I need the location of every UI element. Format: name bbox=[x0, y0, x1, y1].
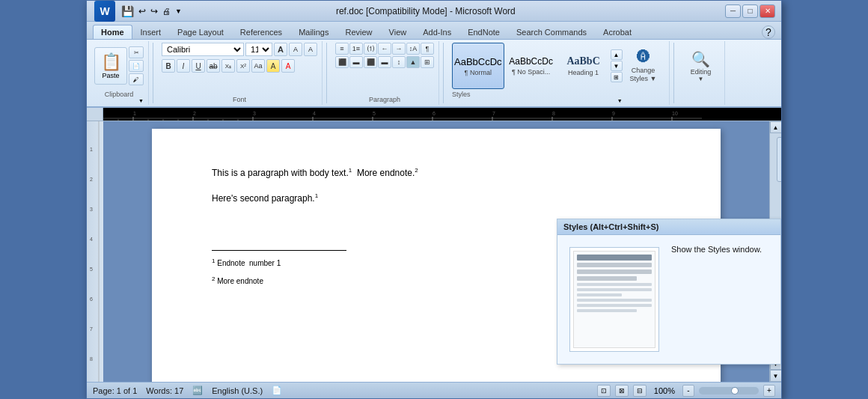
svg-text:6: 6 bbox=[90, 296, 93, 302]
grow-font-button[interactable]: A bbox=[274, 43, 287, 56]
close-button[interactable]: ✕ bbox=[760, 4, 775, 18]
align-left-button[interactable]: ⬛ bbox=[335, 56, 349, 68]
zoom-level: 100% bbox=[654, 386, 675, 395]
italic-button[interactable]: I bbox=[177, 59, 190, 73]
style-no-spacing-button[interactable]: AaBbCcDc ¶ No Spaci... bbox=[506, 43, 557, 89]
vertical-ruler: 1 2 3 4 5 6 7 8 9 bbox=[87, 121, 103, 382]
scroll-down-button[interactable]: ▼ bbox=[770, 370, 782, 382]
quick-access-dropdown[interactable]: ▼ bbox=[175, 7, 182, 15]
clear-format-button[interactable]: A bbox=[304, 43, 317, 56]
strikethrough-button[interactable]: ab bbox=[207, 59, 220, 73]
show-formatting-button[interactable]: ¶ bbox=[421, 43, 434, 55]
superscript-button[interactable]: X² bbox=[236, 59, 250, 73]
tab-acrobat[interactable]: Acrobat bbox=[595, 25, 640, 39]
paragraph-2-text: Here's second paragraph.1 bbox=[212, 193, 318, 204]
print-layout-button[interactable]: ⊡ bbox=[597, 385, 611, 397]
svg-text:6: 6 bbox=[433, 111, 435, 116]
font-name-select[interactable]: Calibri bbox=[162, 43, 244, 56]
subscript-button[interactable]: X₂ bbox=[221, 59, 235, 73]
style-scroll-up[interactable]: ▲ bbox=[611, 49, 623, 60]
minimize-button[interactable]: ─ bbox=[725, 4, 741, 18]
mini-line-1 bbox=[577, 263, 652, 267]
clipboard-dialog-button[interactable]: ▼ bbox=[138, 98, 144, 103]
multilevel-button[interactable]: ⑴ bbox=[364, 43, 377, 55]
styles-preview bbox=[573, 251, 655, 348]
font-color-button[interactable]: A bbox=[281, 59, 295, 73]
numbering-button[interactable]: 1≡ bbox=[349, 43, 363, 55]
bold-button[interactable]: B bbox=[162, 59, 175, 73]
tab-mailings[interactable]: Mailings bbox=[290, 25, 337, 39]
format-painter-button[interactable]: 🖌 bbox=[129, 73, 144, 85]
tab-search-commands[interactable]: Search Commands bbox=[508, 25, 595, 39]
mini-line-5 bbox=[577, 288, 652, 291]
editing-button[interactable]: 🔍 Editing ▼ bbox=[682, 43, 720, 89]
style-normal-button[interactable]: AaBbCcDc ¶ Normal bbox=[452, 43, 504, 89]
tab-home[interactable]: Home bbox=[93, 25, 132, 39]
change-styles-icon: 🅐 bbox=[637, 49, 650, 65]
align-center-button[interactable]: ▬ bbox=[349, 56, 363, 68]
justify-button[interactable]: ▬ bbox=[378, 56, 391, 68]
shrink-font-button[interactable]: A bbox=[289, 43, 302, 56]
quick-access-undo[interactable]: ↩ bbox=[138, 6, 146, 16]
tab-references[interactable]: References bbox=[232, 25, 290, 39]
paste-button[interactable]: 📋 Paste bbox=[94, 47, 127, 85]
mini-line-7 bbox=[577, 299, 652, 302]
scroll-thumb[interactable] bbox=[777, 137, 782, 182]
style-scroll-down[interactable]: ▼ bbox=[611, 61, 623, 71]
quick-access-save[interactable]: 💾 bbox=[121, 5, 134, 17]
underline-button[interactable]: U bbox=[192, 59, 205, 73]
spell-check-icon[interactable]: 🔤 bbox=[192, 386, 203, 395]
ribbon: 📋 Paste ✂ 📄 🖌 Clipboard ▼ bbox=[87, 40, 781, 108]
shading-button[interactable]: ▲ bbox=[406, 56, 420, 68]
track-changes-icon[interactable]: 📄 bbox=[272, 386, 282, 395]
zoom-slider-thumb[interactable] bbox=[731, 387, 739, 395]
tab-view[interactable]: View bbox=[381, 25, 415, 39]
zoom-out-button[interactable]: - bbox=[682, 385, 694, 397]
line-spacing-button[interactable]: ↕ bbox=[392, 56, 406, 68]
quick-access-redo[interactable]: ↪ bbox=[150, 6, 158, 16]
svg-text:7: 7 bbox=[492, 111, 495, 116]
increase-indent-button[interactable]: → bbox=[392, 43, 406, 55]
sort-button[interactable]: ↕A bbox=[406, 43, 420, 55]
scroll-up-button[interactable]: ▲ bbox=[770, 121, 782, 133]
clipboard-label: Clipboard bbox=[105, 89, 134, 98]
endnote-ref-1: 1 bbox=[349, 167, 352, 174]
maximize-button[interactable]: □ bbox=[742, 4, 758, 18]
web-layout-button[interactable]: ⊟ bbox=[633, 385, 647, 397]
style-expand[interactable]: ⊞ bbox=[611, 72, 623, 82]
zoom-slider[interactable] bbox=[699, 387, 759, 395]
styles-dialog-button[interactable]: ▼ bbox=[617, 98, 623, 103]
paragraph-label: Paragraph bbox=[369, 94, 400, 103]
style-heading1-button[interactable]: AaBbC Heading 1 bbox=[558, 43, 609, 89]
cut-button[interactable]: ✂ bbox=[129, 46, 144, 58]
copy-button[interactable]: 📄 bbox=[129, 60, 144, 72]
style-heading1-label: Heading 1 bbox=[568, 69, 599, 76]
borders-button[interactable]: ⊞ bbox=[421, 56, 434, 68]
status-right: ⊡ ⊠ ⊟ 100% - + bbox=[597, 385, 775, 397]
tab-endnote[interactable]: EndNote bbox=[459, 25, 508, 39]
sep1 bbox=[153, 43, 153, 103]
style-no-spacing-sample: AaBbCcDc bbox=[509, 56, 553, 67]
tab-review[interactable]: Review bbox=[337, 25, 380, 39]
svg-text:3: 3 bbox=[90, 207, 93, 212]
zoom-in-button[interactable]: + bbox=[763, 385, 775, 397]
align-right-button[interactable]: ⬛ bbox=[364, 56, 377, 68]
highlight-button[interactable]: A bbox=[266, 59, 280, 73]
word-icon: W bbox=[94, 1, 115, 22]
font-size-select[interactable]: 11 bbox=[245, 43, 272, 56]
ribbon-group-font: Calibri 11 A A A B I U ab X₂ X² Aa bbox=[157, 41, 323, 105]
full-screen-button[interactable]: ⊠ bbox=[615, 385, 629, 397]
tab-add-ins[interactable]: Add-Ins bbox=[415, 25, 459, 39]
status-bar: Page: 1 of 1 Words: 17 🔤 English (U.S.) … bbox=[87, 382, 781, 398]
change-styles-button[interactable]: 🅐 ChangeStyles ▼ bbox=[623, 43, 664, 89]
decrease-indent-button[interactable]: ← bbox=[378, 43, 391, 55]
help-icon[interactable]: ? bbox=[762, 25, 775, 39]
tab-insert[interactable]: Insert bbox=[132, 25, 170, 39]
tab-page-layout[interactable]: Page Layout bbox=[169, 25, 232, 39]
quick-access-print[interactable]: 🖨 bbox=[162, 7, 171, 16]
ruler-area: 1 2 3 4 5 6 7 8 9 10 bbox=[87, 108, 781, 121]
bullets-button[interactable]: ≡ bbox=[335, 43, 349, 55]
editing-dropdown[interactable]: ▼ bbox=[698, 76, 704, 82]
change-case-button[interactable]: Aa bbox=[251, 59, 265, 73]
vertical-ruler-svg: 1 2 3 4 5 6 7 8 9 bbox=[87, 121, 103, 382]
